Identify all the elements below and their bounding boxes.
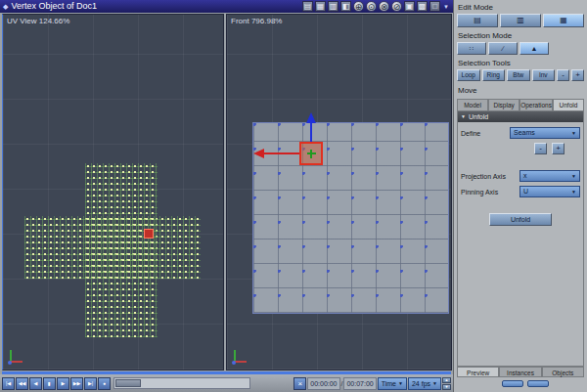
viewport-layout-icon[interactable]: ▥ bbox=[328, 1, 339, 12]
timeline-options-button[interactable]: × bbox=[294, 377, 306, 390]
front-selected-face[interactable] bbox=[299, 142, 323, 165]
pinning-axis-value: U bbox=[523, 187, 571, 196]
grow-selection-button[interactable]: + bbox=[571, 69, 584, 81]
unfold-section: ▼ Unfold Define Seams ▼ - + Projection bbox=[457, 110, 584, 367]
projection-axis-dropdown[interactable]: x ▼ bbox=[519, 170, 580, 182]
uv-viewport[interactable]: UV View 124.66% bbox=[2, 14, 224, 370]
view-pan-icon[interactable]: ⊙ bbox=[366, 1, 377, 12]
viewport-layout-icon[interactable]: ◧ bbox=[340, 1, 351, 12]
record-button[interactable]: ● bbox=[98, 377, 111, 390]
remove-seam-button[interactable]: - bbox=[534, 143, 547, 154]
frame-spinner: ▲ ▼ bbox=[442, 377, 451, 390]
unfold-section-body: Define Seams ▼ - + Projection Axis x ▼ bbox=[458, 122, 583, 231]
current-time-field[interactable]: 00:00:00 bbox=[307, 377, 339, 390]
tool-panel: Edit Mode ▤ ▥ ▦ Selection Mode ∷ ∕ ▲ Sel… bbox=[453, 0, 587, 392]
chevron-down-icon: ▼ bbox=[571, 187, 576, 196]
panel-tabs: Model Display Operations Unfold bbox=[457, 99, 584, 110]
go-to-start-button[interactable]: |◀ bbox=[2, 377, 15, 390]
chevron-down-icon: ▼ bbox=[571, 128, 576, 138]
projection-axis-row: Projection Axis x ▼ bbox=[461, 170, 580, 182]
tab-preview[interactable]: Preview bbox=[457, 367, 499, 377]
unfold-section-header[interactable]: ▼ Unfold bbox=[458, 111, 583, 122]
viewport-layout-icon[interactable]: ▤ bbox=[302, 1, 313, 12]
selection-mode-label: Selection Mode bbox=[458, 31, 584, 40]
uv-viewport-label: UV View 124.66% bbox=[7, 17, 69, 25]
view-zoom-icon[interactable]: ⊗ bbox=[379, 1, 389, 12]
shrink-selection-button[interactable]: - bbox=[557, 69, 569, 81]
edit-mode-buttons: ▤ ▥ ▦ bbox=[457, 14, 584, 27]
uv-mesh-vertical-bar[interactable] bbox=[85, 163, 158, 337]
seam-edit-row: - + bbox=[461, 143, 580, 154]
define-row: Define Seams ▼ bbox=[461, 127, 580, 139]
define-dropdown[interactable]: Seams ▼ bbox=[510, 127, 580, 139]
projection-axis-value: x bbox=[523, 171, 571, 181]
timeline-scrub-handle[interactable] bbox=[115, 379, 141, 387]
front-mesh-plane[interactable] bbox=[252, 122, 449, 314]
invert-button[interactable]: Inv bbox=[532, 69, 556, 81]
step-back-button[interactable]: ◀ bbox=[29, 377, 42, 390]
move-tool-x-axis-handle[interactable] bbox=[263, 152, 300, 154]
next-keyframe-button[interactable]: ▶▶ bbox=[70, 377, 83, 390]
unfold-button[interactable]: Unfold bbox=[489, 213, 552, 226]
tab-display[interactable]: Display bbox=[488, 99, 519, 110]
between-button[interactable]: Btw bbox=[507, 69, 530, 81]
pinning-axis-dropdown[interactable]: U ▼ bbox=[519, 186, 580, 197]
maximize-viewport-icon[interactable]: □ bbox=[429, 1, 440, 12]
spinner-down-button[interactable]: ▼ bbox=[442, 384, 451, 390]
unfold-action-row: Unfold bbox=[461, 213, 580, 226]
edit-mode-vertices-button[interactable]: ▤ bbox=[457, 14, 498, 27]
selection-center-cross-icon bbox=[310, 150, 312, 158]
selection-mode-vertex-button[interactable]: ∷ bbox=[457, 42, 486, 55]
define-value: Seams bbox=[514, 128, 571, 138]
wireframe-mode-icon[interactable]: ▩ bbox=[417, 1, 428, 12]
active-tool-label: Move bbox=[458, 86, 584, 95]
tab-operations[interactable]: Operations bbox=[519, 99, 553, 110]
preview-option-dropdown[interactable] bbox=[527, 380, 549, 387]
end-time-field[interactable]: 00:07:00 bbox=[343, 377, 376, 390]
go-to-end-button[interactable]: ▶| bbox=[84, 377, 97, 390]
selection-mode-polygon-button[interactable]: ▲ bbox=[519, 42, 549, 55]
spacer bbox=[461, 158, 580, 166]
window-titlebar[interactable]: ◆ Vertex Object of Doc1 ▤ ▦ ▥ ◧ ⊕ ⊙ ⊗ ⊘ … bbox=[0, 0, 453, 13]
window-title: Vertex Object of Doc1 bbox=[11, 0, 97, 13]
add-seam-button[interactable]: + bbox=[552, 143, 564, 154]
chevron-down-icon[interactable]: ▼ bbox=[442, 4, 450, 10]
selection-tools-label: Selection Tools bbox=[458, 59, 584, 67]
previous-keyframe-button[interactable]: ◀◀ bbox=[16, 377, 28, 390]
viewport-layout-icon[interactable]: ▦ bbox=[315, 1, 326, 12]
define-label: Define bbox=[461, 130, 510, 137]
edit-mode-polygons-button[interactable]: ▦ bbox=[543, 14, 584, 27]
spinner-up-button[interactable]: ▲ bbox=[442, 377, 451, 383]
play-button[interactable]: ▶ bbox=[57, 377, 69, 390]
timeline-scrubber[interactable] bbox=[113, 377, 250, 389]
preview-option-dropdown[interactable] bbox=[502, 380, 523, 387]
time-mode-value: Time bbox=[382, 378, 396, 389]
move-tool-y-axis-handle[interactable] bbox=[310, 122, 312, 143]
preview-options-row bbox=[457, 377, 584, 390]
front-viewport[interactable]: Front 796.98% bbox=[226, 14, 452, 370]
chevron-down-icon: ▼ bbox=[432, 378, 437, 389]
uv-selected-face[interactable] bbox=[144, 229, 154, 239]
front-axis-gizmo bbox=[231, 347, 250, 367]
fps-dropdown[interactable]: 24 fps ▼ bbox=[408, 377, 441, 390]
loop-button[interactable]: Loop bbox=[457, 69, 480, 81]
time-mode-dropdown[interactable]: Time ▼ bbox=[378, 377, 407, 390]
tab-unfold[interactable]: Unfold bbox=[553, 99, 584, 110]
tab-instances[interactable]: Instances bbox=[499, 367, 541, 377]
time-separator: / bbox=[341, 380, 343, 387]
fps-value: 24 fps bbox=[412, 378, 430, 389]
tab-model[interactable]: Model bbox=[457, 99, 488, 110]
stop-button[interactable]: ▮ bbox=[43, 377, 56, 390]
view-rotate-icon[interactable]: ⊕ bbox=[353, 1, 364, 12]
timeline-bar: |◀ ◀◀ ◀ ▮ ▶ ▶▶ ▶| ● × 00:00:00 / 00:07:0… bbox=[0, 374, 453, 392]
window-menu-icon[interactable]: ◆ bbox=[3, 0, 8, 13]
application-window: ◆ Vertex Object of Doc1 ▤ ▦ ▥ ◧ ⊕ ⊙ ⊗ ⊘ … bbox=[0, 0, 587, 392]
view-reset-icon[interactable]: ⊘ bbox=[391, 1, 402, 12]
ring-button[interactable]: Ring bbox=[482, 69, 506, 81]
shading-mode-icon[interactable]: ▣ bbox=[404, 1, 415, 12]
chevron-down-icon: ▼ bbox=[398, 378, 403, 389]
tab-objects[interactable]: Objects bbox=[542, 367, 584, 377]
collapse-arrow-icon: ▼ bbox=[461, 111, 466, 122]
edit-mode-edges-button[interactable]: ▥ bbox=[500, 14, 541, 27]
selection-mode-edge-button[interactable]: ∕ bbox=[488, 42, 518, 55]
